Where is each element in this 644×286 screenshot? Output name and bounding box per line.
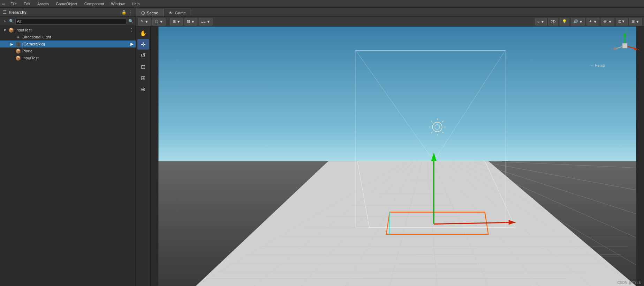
svg-rect-67 xyxy=(622,43,627,48)
tool-transform-button[interactable]: ⊕ xyxy=(137,84,149,94)
tool-rect-button[interactable]: ⊞ xyxy=(137,73,149,83)
fx-dropdown-arrow: ▼ xyxy=(593,20,597,24)
hierarchy-item-inputtest-child[interactable]: ▶ 📦 InputTest xyxy=(0,54,136,61)
audio-dropdown-arrow: ▼ xyxy=(579,20,583,24)
eye-toolbar-icon: 👁 xyxy=(603,20,607,24)
grid-dropdown-arrow: ▼ xyxy=(177,20,181,24)
hierarchy-search-icon: 🔍 xyxy=(9,19,14,23)
mesh-icon-plane: 📦 xyxy=(15,48,21,54)
menu-help[interactable]: Help xyxy=(130,1,141,7)
toolbar-2d-button[interactable]: 2D xyxy=(548,18,558,25)
menu-gameobject[interactable]: GameObject xyxy=(54,1,79,7)
scene-tab-label: Scene xyxy=(147,11,158,15)
toolbar-fx-button[interactable]: ✦ ▼ xyxy=(586,18,599,25)
watermark: CSDN @YY-nb xyxy=(618,281,641,285)
hierarchy-toolbar: + 🔍 🔍 xyxy=(0,17,136,26)
hierarchy-hamburger-icon: ☰ xyxy=(3,10,7,15)
rect-tool-icon: ⊞ xyxy=(141,75,145,81)
toolbar-separator-1 xyxy=(168,18,168,25)
hierarchy-item-label-camera-rig: [CameraRig] xyxy=(22,42,45,46)
light-toolbar-icon: 💡 xyxy=(562,19,567,24)
toolbar-aspect-button[interactable]: ⊡▼ xyxy=(616,18,628,25)
hierarchy-content: ▼ 📦 InputTest ⋮ ▶ ☀ Directional Light ▶ … xyxy=(0,26,136,286)
menu-file[interactable]: File xyxy=(9,1,18,7)
hierarchy-lock-icon[interactable]: 🔒 xyxy=(121,10,127,15)
toolbar-paint-button[interactable]: ✎ ▼ xyxy=(138,18,151,25)
tab-game[interactable]: 👁 Game xyxy=(164,9,191,16)
audio-toolbar-icon: 🔊 xyxy=(573,19,578,24)
paint-dropdown-arrow: ▼ xyxy=(145,20,149,24)
svg-text:X: X xyxy=(637,48,639,51)
hierarchy-item-inputtest-root[interactable]: ▼ 📦 InputTest ⋮ xyxy=(0,27,136,34)
scene-toolbar: ✎ ▼ ⬡ ▼ ⊞ ▼ ⊡ ▼ ≡≡ ▼ xyxy=(136,17,644,27)
scene-svg xyxy=(151,27,644,286)
transform-tool-icon: ⊕ xyxy=(141,86,145,93)
hierarchy-item-label-inputtest-child: InputTest xyxy=(22,56,39,60)
search-toolbar-icon: ○ xyxy=(537,20,540,24)
toolbar-light-button[interactable]: 💡 xyxy=(560,18,569,25)
toolbar-snap-button[interactable]: ⊡ ▼ xyxy=(184,18,197,25)
mesh-dropdown-arrow: ▼ xyxy=(159,20,163,24)
hierarchy-item-label-plane: Plane xyxy=(22,49,32,53)
menu-component[interactable]: Component xyxy=(83,1,106,7)
hierarchy-search-input[interactable] xyxy=(15,18,126,24)
toolbar-layers-button[interactable]: ⊞ ▼ xyxy=(629,18,642,25)
2d-label: 2D xyxy=(551,20,555,24)
scene-tab-icon: ⬡ xyxy=(141,10,145,15)
tool-scale-button[interactable]: ⊡ xyxy=(137,61,149,72)
hand-tool-icon: ✋ xyxy=(140,30,147,37)
hierarchy-item-more-camera-rig[interactable]: ▶ xyxy=(130,42,134,46)
menu-assets[interactable]: Assets xyxy=(36,1,50,7)
scene-3d-content: Y X Z ← Persp CS xyxy=(151,27,644,286)
snap-dropdown-arrow: ▼ xyxy=(191,20,195,24)
hierarchy-item-more-inputtest[interactable]: ⋮ xyxy=(129,28,134,32)
view-icon: ≡≡ xyxy=(201,20,206,24)
tool-hand-button[interactable]: ✋ xyxy=(137,28,149,38)
move-tool-icon: ✛ xyxy=(141,41,145,48)
toolbar-view-button[interactable]: ≡≡ ▼ xyxy=(199,18,213,25)
fx-toolbar-icon: ✦ xyxy=(589,19,592,24)
search-dropdown-arrow: ▼ xyxy=(541,20,545,24)
game-tab-label: Game xyxy=(175,11,186,15)
mesh-icon: ⬡ xyxy=(155,19,158,24)
hierarchy-title: Hierarchy xyxy=(9,10,119,14)
tab-scene[interactable]: ⬡ Scene xyxy=(136,9,164,16)
expand-arrow-camera-rig[interactable]: ▶ xyxy=(10,42,14,46)
toolbar-search-button[interactable]: ○ ▼ xyxy=(535,18,547,25)
menu-edit[interactable]: Edit xyxy=(22,1,32,7)
game-tab-icon: 👁 xyxy=(169,11,173,15)
paint-icon: ✎ xyxy=(141,19,144,24)
hierarchy-item-directional-light[interactable]: ▶ ☀ Directional Light xyxy=(0,34,136,41)
eye-dropdown-arrow: ▼ xyxy=(608,20,612,24)
toolbar-mesh-button[interactable]: ⬡ ▼ xyxy=(152,18,166,25)
view-dropdown-arrow: ▼ xyxy=(206,20,210,24)
hierarchy-search-end-icon: 🔍 xyxy=(128,19,134,24)
svg-marker-62 xyxy=(634,47,637,51)
main-layout: ☰ Hierarchy 🔒 ⋮ + 🔍 🔍 ▼ 📦 InputTest ⋮ ▶ xyxy=(0,8,644,286)
toolbar-audio-button[interactable]: 🔊 ▼ xyxy=(571,18,585,25)
expand-arrow-inputtest[interactable]: ▼ xyxy=(3,28,7,32)
hierarchy-more-icon[interactable]: ⋮ xyxy=(129,10,133,15)
svg-point-65 xyxy=(613,47,617,51)
scene-viewport[interactable]: ✋ ✛ ↺ ⊡ ⊞ ⊕ xyxy=(136,27,644,286)
grid-icon: ⊞ xyxy=(173,19,176,24)
snap-icon: ⊡ xyxy=(187,19,190,24)
toolbar-hidden-button[interactable]: 👁 ▼ xyxy=(601,18,614,25)
toolbar-right: ○ ▼ 2D 💡 🔊 ▼ ✦ ▼ xyxy=(535,18,642,25)
gizmo-widget: Y X Z xyxy=(609,30,641,61)
toolbar-grid-button[interactable]: ⊞ ▼ xyxy=(170,18,183,25)
unity-logo-icon: ≡ xyxy=(2,1,5,7)
layers-dropdown-arrow: ▼ xyxy=(636,20,639,24)
tool-rotate-button[interactable]: ↺ xyxy=(137,50,149,61)
camera-icon-rig: 🎥 xyxy=(15,41,21,47)
hierarchy-panel-header: ☰ Hierarchy 🔒 ⋮ xyxy=(0,8,136,17)
hierarchy-item-plane[interactable]: ▶ 📦 Plane xyxy=(0,47,136,54)
tool-move-button[interactable]: ✛ xyxy=(137,39,149,50)
menu-window[interactable]: Window xyxy=(110,1,126,7)
hierarchy-item-label-inputtest: InputTest xyxy=(15,28,32,32)
hierarchy-panel: ☰ Hierarchy 🔒 ⋮ + 🔍 🔍 ▼ 📦 InputTest ⋮ ▶ xyxy=(0,8,136,286)
scale-tool-icon: ⊡ xyxy=(141,64,145,70)
top-menubar: ≡ File Edit Assets GameObject Component … xyxy=(0,0,644,8)
hierarchy-item-camera-rig[interactable]: ▶ 🎥 [CameraRig] ▶ xyxy=(0,41,136,47)
hierarchy-add-button[interactable]: + xyxy=(2,18,8,24)
